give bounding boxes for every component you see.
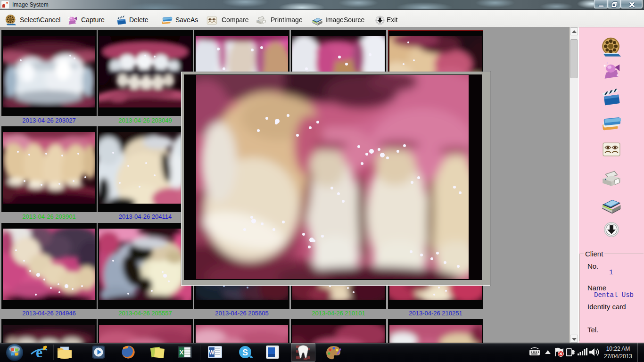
svg-text:S: S (242, 348, 248, 357)
svg-text:e: e (36, 344, 42, 361)
svg-text:X: X (180, 349, 184, 356)
svg-text:W: W (209, 349, 215, 356)
